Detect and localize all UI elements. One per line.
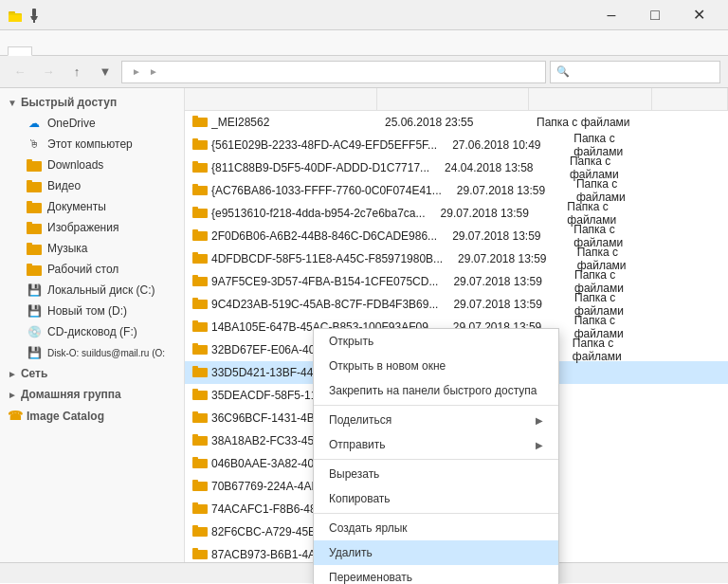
pin-icon: [27, 8, 42, 23]
col-header-date[interactable]: [377, 88, 529, 110]
up-button[interactable]: ↑: [64, 60, 89, 84]
tab-home[interactable]: [34, 46, 59, 55]
sidebar-item-images[interactable]: Изображения: [0, 217, 184, 238]
svg-rect-19: [192, 116, 198, 119]
svg-rect-25: [192, 184, 198, 187]
svg-rect-54: [192, 527, 208, 537]
table-row[interactable]: {e9513610-f218-4dda-b954-2c7e6ba7ca...29…: [185, 202, 728, 225]
sidebar-item-downloads[interactable]: Downloads: [0, 155, 184, 175]
sidebar-item-video[interactable]: Видео: [0, 175, 184, 196]
drive-f-icon: 💿: [27, 324, 42, 339]
context-menu-item[interactable]: Переименовать: [314, 565, 558, 584]
sidebar-item-drive-f[interactable]: 💿 CD-дисковод (F:): [0, 321, 184, 342]
folder-icon: [192, 365, 208, 380]
context-menu-item[interactable]: Открыть в новом окне: [314, 354, 558, 378]
col-header-name[interactable]: [185, 88, 377, 110]
minimize-button[interactable]: –: [590, 0, 633, 30]
svg-rect-33: [192, 275, 198, 278]
sidebar-item-music[interactable]: Музыка: [0, 238, 184, 259]
tab-view[interactable]: [87, 46, 112, 55]
sidebar-section-quick-access[interactable]: ▼ Быстрый доступ: [0, 92, 184, 113]
sidebar-item-drive-o[interactable]: 💾 Disk-O: suildus@mail.ru (O:: [0, 342, 184, 363]
sidebar-item-label-music: Музыка: [47, 242, 87, 255]
file-date: 29.07.2018 13:59: [449, 184, 569, 197]
maximize-button[interactable]: □: [633, 0, 677, 30]
sidebar-item-onedrive[interactable]: ☁ OneDrive: [0, 113, 184, 134]
sidebar-section-imagecatalog[interactable]: ☎ Image Catalog: [0, 405, 184, 427]
context-menu-item-label: Переименовать: [329, 571, 412, 584]
search-icon: 🔍: [556, 65, 570, 78]
context-menu-item[interactable]: Вырезать: [314, 462, 558, 486]
svg-rect-32: [192, 277, 208, 286]
file-date: 25.06.2018 23:55: [377, 116, 529, 129]
col-header-type[interactable]: [529, 88, 652, 110]
context-menu-item[interactable]: Открыть: [314, 329, 558, 354]
folder-icon: [192, 137, 208, 153]
folder-icon: [192, 524, 208, 539]
video-folder-icon: [27, 178, 42, 193]
table-row[interactable]: {811C88B9-D5F5-40DF-ADDD-D1C7717...24.04…: [185, 156, 728, 179]
svg-rect-28: [192, 231, 208, 241]
context-menu-item[interactable]: Копировать: [314, 486, 558, 511]
tab-share[interactable]: [61, 46, 85, 55]
app-icon: [8, 8, 23, 23]
svg-rect-44: [192, 413, 208, 423]
search-bar[interactable]: 🔍: [550, 61, 720, 83]
downloads-folder-icon: [27, 157, 42, 173]
svg-rect-30: [192, 254, 208, 264]
svg-rect-53: [192, 502, 198, 505]
svg-rect-37: [192, 320, 198, 323]
table-row[interactable]: _MEI2856225.06.2018 23:55Папка с файлами: [185, 111, 728, 134]
sidebar-section-label-homegroup: Домашняя группа: [21, 388, 121, 401]
context-menu-item[interactable]: Создать ярлык: [314, 516, 558, 540]
forward-button[interactable]: →: [36, 60, 61, 84]
folder-icon: [192, 115, 208, 130]
table-row[interactable]: 9C4D23AB-519C-45AB-8C7F-FDB4F3B69...29.0…: [185, 293, 728, 316]
context-menu-item[interactable]: Отправить▶: [314, 432, 558, 457]
sidebar-item-label-desktop: Рабочий стол: [47, 263, 118, 276]
svg-rect-15: [27, 243, 32, 246]
svg-rect-22: [192, 163, 208, 173]
context-menu-item[interactable]: Удалить: [314, 540, 558, 565]
tab-file[interactable]: [8, 46, 32, 56]
table-row[interactable]: 4DFDBCDF-58F5-11E8-A45C-F85971980B...29.…: [185, 247, 728, 270]
title-controls: – □ ✕: [590, 0, 720, 30]
file-date: 29.07.2018 13:59: [450, 252, 570, 265]
address-bar[interactable]: ► ►: [121, 61, 546, 83]
onedrive-icon: ☁: [27, 116, 42, 131]
sidebar-item-thispc[interactable]: 🖰 Этот компьютер: [0, 134, 184, 155]
file-name: _MEI28562: [211, 116, 269, 129]
back-button[interactable]: ←: [8, 60, 32, 84]
svg-rect-16: [27, 265, 42, 276]
navigation-bar: ← → ↑ ▼ ► ► 🔍: [0, 56, 728, 88]
col-header-size[interactable]: [652, 88, 728, 110]
sidebar-section-homegroup[interactable]: ► Домашняя группа: [0, 384, 184, 405]
table-row[interactable]: {AC76BA86-1033-FFFF-7760-0C0F074E41...29…: [185, 179, 728, 202]
context-menu-item[interactable]: Закрепить на панели быстрого доступа: [314, 378, 558, 403]
svg-rect-45: [192, 411, 198, 414]
folder-icon: [192, 342, 208, 357]
context-menu-item-label: Создать ярлык: [329, 521, 408, 535]
table-row[interactable]: 9A7F5CE9-3D57-4FBA-B154-1CFE075CD...29.0…: [185, 270, 728, 293]
address-sep-1: ►: [132, 66, 141, 77]
sidebar-item-drive-d[interactable]: 💾 Новый том (D:): [0, 301, 184, 321]
svg-rect-8: [27, 182, 42, 192]
svg-rect-35: [192, 298, 198, 301]
folder-icon: [192, 502, 208, 517]
file-date: 27.06.2018 10:49: [445, 138, 566, 152]
sidebar-item-documents[interactable]: Документы: [0, 196, 184, 217]
table-row[interactable]: 2F0D6B06-A6B2-44B8-846C-D6CADE986...29.0…: [185, 225, 728, 247]
sidebar-item-desktop[interactable]: Рабочий стол: [0, 259, 184, 280]
close-button[interactable]: ✕: [677, 0, 720, 30]
sidebar-section-network[interactable]: ► Сеть: [0, 363, 184, 384]
table-row[interactable]: {561E029B-2233-48FD-AC49-EFD5EFF5F...27.…: [185, 134, 728, 156]
svg-rect-52: [192, 504, 208, 514]
context-menu-arrow-icon: ▶: [536, 415, 543, 426]
context-menu-item[interactable]: Поделиться▶: [314, 408, 558, 432]
sidebar-item-drive-c[interactable]: 💾 Локальный диск (C:): [0, 280, 184, 301]
svg-rect-41: [192, 366, 198, 369]
context-menu-item-label: Копировать: [329, 492, 391, 505]
recent-button[interactable]: ▼: [93, 60, 118, 84]
svg-rect-51: [192, 480, 198, 483]
svg-rect-12: [27, 224, 42, 234]
